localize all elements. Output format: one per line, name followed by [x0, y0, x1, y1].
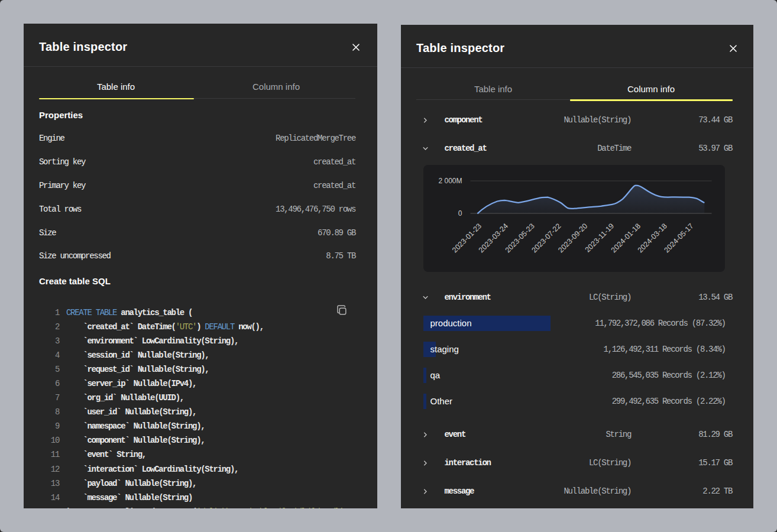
svg-text:0: 0	[458, 209, 462, 218]
svg-text:2 000M: 2 000M	[438, 177, 462, 185]
